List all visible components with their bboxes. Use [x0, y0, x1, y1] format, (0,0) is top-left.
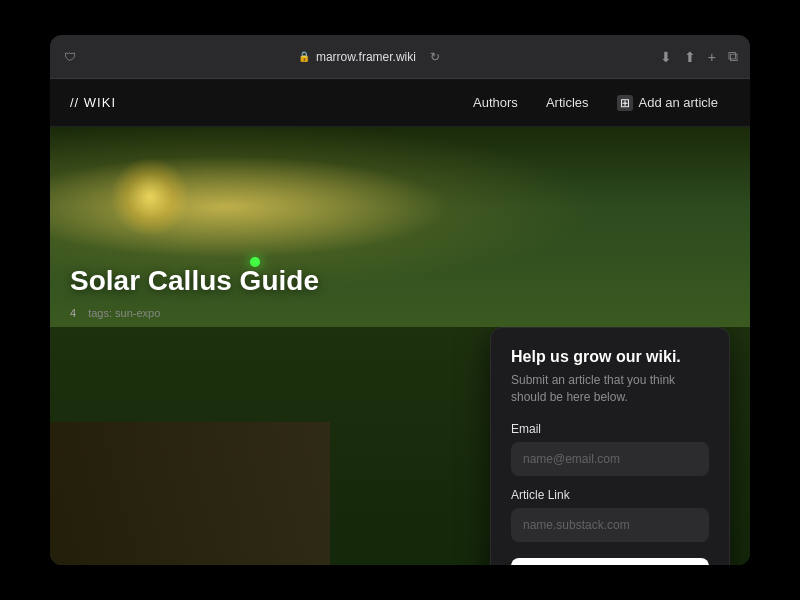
hero-tags: tags: sun-expo [88, 307, 160, 319]
download-button[interactable]: ⬇ [660, 49, 672, 65]
panel-title: Help us grow our wiki. [511, 348, 709, 366]
deck-element [50, 422, 330, 565]
browser-controls-left: 🛡 [62, 49, 78, 65]
hero-date: 4 [70, 307, 76, 319]
site-nav: // WIKI Authors Articles ⊞ Add an articl… [50, 79, 750, 127]
browser-chrome: 🛡 🔒 marrow.framer.wiki ↻ ⬇ ⬆ + ⧉ [50, 35, 750, 79]
url-text: marrow.framer.wiki [316, 50, 416, 64]
lock-icon: 🔒 [298, 51, 310, 62]
email-input[interactable] [511, 442, 709, 476]
site-logo: // WIKI [70, 95, 116, 110]
article-link-label: Article Link [511, 488, 709, 502]
reload-icon[interactable]: ↻ [430, 50, 440, 64]
browser-window: 🛡 🔒 marrow.framer.wiki ↻ ⬇ ⬆ + ⧉ // WIKI… [50, 35, 750, 565]
share-button[interactable]: ⬆ [684, 49, 696, 65]
website: // WIKI Authors Articles ⊞ Add an articl… [50, 79, 750, 565]
address-bar[interactable]: 🔒 marrow.framer.wiki ↻ [86, 50, 652, 64]
hero-section: Solar Callus Guide 4 tags: sun-expo [50, 127, 750, 327]
tabs-button[interactable]: ⧉ [728, 48, 738, 65]
email-label: Email [511, 422, 709, 436]
add-article-button[interactable]: ⊞ Add an article [605, 89, 731, 117]
dropdown-panel: Help us grow our wiki. Submit an article… [490, 327, 730, 565]
nav-links: Authors Articles ⊞ Add an article [461, 89, 730, 117]
nav-link-authors[interactable]: Authors [461, 89, 530, 116]
browser-controls-right: ⬇ ⬆ + ⧉ [660, 48, 738, 65]
hero-meta: 4 tags: sun-expo [70, 307, 160, 319]
article-link-input[interactable] [511, 508, 709, 542]
submit-button[interactable]: Submit [511, 558, 709, 565]
shield-icon: 🛡 [62, 49, 78, 65]
nav-link-articles[interactable]: Articles [534, 89, 601, 116]
add-article-icon: ⊞ [617, 95, 633, 111]
add-article-label: Add an article [639, 95, 719, 110]
newtab-button[interactable]: + [708, 49, 716, 65]
panel-subtitle: Submit an article that you think should … [511, 372, 709, 406]
hero-title: Solar Callus Guide [70, 265, 319, 297]
hero-glow [110, 157, 190, 237]
bottom-section: Noah Ryan Help us grow our wiki. Submit … [50, 327, 750, 565]
